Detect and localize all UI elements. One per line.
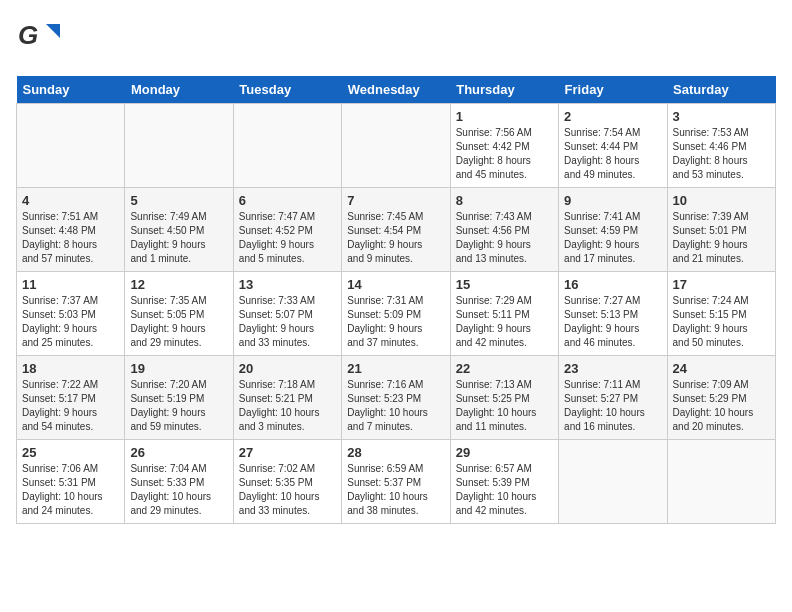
day-info-18: Sunrise: 7:22 AM Sunset: 5:17 PM Dayligh… <box>22 378 119 434</box>
day-number-23: 23 <box>564 361 661 376</box>
day-info-29: Sunrise: 6:57 AM Sunset: 5:39 PM Dayligh… <box>456 462 553 518</box>
day-info-4: Sunrise: 7:51 AM Sunset: 4:48 PM Dayligh… <box>22 210 119 266</box>
day-number-18: 18 <box>22 361 119 376</box>
page-header: G <box>16 16 776 64</box>
weekday-header-saturday: Saturday <box>667 76 775 104</box>
day-info-21: Sunrise: 7:16 AM Sunset: 5:23 PM Dayligh… <box>347 378 444 434</box>
day-info-24: Sunrise: 7:09 AM Sunset: 5:29 PM Dayligh… <box>673 378 770 434</box>
day-cell-26: 26Sunrise: 7:04 AM Sunset: 5:33 PM Dayli… <box>125 440 233 524</box>
weekday-header-monday: Monday <box>125 76 233 104</box>
day-cell-3: 3Sunrise: 7:53 AM Sunset: 4:46 PM Daylig… <box>667 104 775 188</box>
calendar-table: SundayMondayTuesdayWednesdayThursdayFrid… <box>16 76 776 524</box>
day-number-22: 22 <box>456 361 553 376</box>
day-number-6: 6 <box>239 193 336 208</box>
day-cell-7: 7Sunrise: 7:45 AM Sunset: 4:54 PM Daylig… <box>342 188 450 272</box>
logo: G <box>16 16 64 64</box>
day-info-19: Sunrise: 7:20 AM Sunset: 5:19 PM Dayligh… <box>130 378 227 434</box>
day-number-10: 10 <box>673 193 770 208</box>
day-number-9: 9 <box>564 193 661 208</box>
day-cell-28: 28Sunrise: 6:59 AM Sunset: 5:37 PM Dayli… <box>342 440 450 524</box>
day-info-2: Sunrise: 7:54 AM Sunset: 4:44 PM Dayligh… <box>564 126 661 182</box>
day-info-3: Sunrise: 7:53 AM Sunset: 4:46 PM Dayligh… <box>673 126 770 182</box>
weekday-header-sunday: Sunday <box>17 76 125 104</box>
day-info-12: Sunrise: 7:35 AM Sunset: 5:05 PM Dayligh… <box>130 294 227 350</box>
day-info-28: Sunrise: 6:59 AM Sunset: 5:37 PM Dayligh… <box>347 462 444 518</box>
day-cell-2: 2Sunrise: 7:54 AM Sunset: 4:44 PM Daylig… <box>559 104 667 188</box>
day-number-29: 29 <box>456 445 553 460</box>
day-cell-10: 10Sunrise: 7:39 AM Sunset: 5:01 PM Dayli… <box>667 188 775 272</box>
day-number-14: 14 <box>347 277 444 292</box>
day-cell-13: 13Sunrise: 7:33 AM Sunset: 5:07 PM Dayli… <box>233 272 341 356</box>
empty-cell <box>233 104 341 188</box>
day-info-27: Sunrise: 7:02 AM Sunset: 5:35 PM Dayligh… <box>239 462 336 518</box>
day-number-7: 7 <box>347 193 444 208</box>
weekday-header-friday: Friday <box>559 76 667 104</box>
day-cell-8: 8Sunrise: 7:43 AM Sunset: 4:56 PM Daylig… <box>450 188 558 272</box>
week-row-5: 25Sunrise: 7:06 AM Sunset: 5:31 PM Dayli… <box>17 440 776 524</box>
day-number-27: 27 <box>239 445 336 460</box>
day-info-26: Sunrise: 7:04 AM Sunset: 5:33 PM Dayligh… <box>130 462 227 518</box>
week-row-2: 4Sunrise: 7:51 AM Sunset: 4:48 PM Daylig… <box>17 188 776 272</box>
day-info-15: Sunrise: 7:29 AM Sunset: 5:11 PM Dayligh… <box>456 294 553 350</box>
day-info-1: Sunrise: 7:56 AM Sunset: 4:42 PM Dayligh… <box>456 126 553 182</box>
day-info-7: Sunrise: 7:45 AM Sunset: 4:54 PM Dayligh… <box>347 210 444 266</box>
day-cell-21: 21Sunrise: 7:16 AM Sunset: 5:23 PM Dayli… <box>342 356 450 440</box>
day-number-4: 4 <box>22 193 119 208</box>
day-number-13: 13 <box>239 277 336 292</box>
day-cell-24: 24Sunrise: 7:09 AM Sunset: 5:29 PM Dayli… <box>667 356 775 440</box>
weekday-header-row: SundayMondayTuesdayWednesdayThursdayFrid… <box>17 76 776 104</box>
day-cell-25: 25Sunrise: 7:06 AM Sunset: 5:31 PM Dayli… <box>17 440 125 524</box>
day-number-25: 25 <box>22 445 119 460</box>
weekday-header-thursday: Thursday <box>450 76 558 104</box>
day-number-12: 12 <box>130 277 227 292</box>
day-info-10: Sunrise: 7:39 AM Sunset: 5:01 PM Dayligh… <box>673 210 770 266</box>
day-cell-14: 14Sunrise: 7:31 AM Sunset: 5:09 PM Dayli… <box>342 272 450 356</box>
weekday-header-wednesday: Wednesday <box>342 76 450 104</box>
day-number-20: 20 <box>239 361 336 376</box>
day-info-11: Sunrise: 7:37 AM Sunset: 5:03 PM Dayligh… <box>22 294 119 350</box>
week-row-3: 11Sunrise: 7:37 AM Sunset: 5:03 PM Dayli… <box>17 272 776 356</box>
day-number-5: 5 <box>130 193 227 208</box>
day-cell-12: 12Sunrise: 7:35 AM Sunset: 5:05 PM Dayli… <box>125 272 233 356</box>
day-cell-15: 15Sunrise: 7:29 AM Sunset: 5:11 PM Dayli… <box>450 272 558 356</box>
svg-text:G: G <box>18 20 38 50</box>
day-info-23: Sunrise: 7:11 AM Sunset: 5:27 PM Dayligh… <box>564 378 661 434</box>
day-cell-6: 6Sunrise: 7:47 AM Sunset: 4:52 PM Daylig… <box>233 188 341 272</box>
day-cell-29: 29Sunrise: 6:57 AM Sunset: 5:39 PM Dayli… <box>450 440 558 524</box>
day-info-9: Sunrise: 7:41 AM Sunset: 4:59 PM Dayligh… <box>564 210 661 266</box>
day-number-8: 8 <box>456 193 553 208</box>
day-cell-17: 17Sunrise: 7:24 AM Sunset: 5:15 PM Dayli… <box>667 272 775 356</box>
day-cell-9: 9Sunrise: 7:41 AM Sunset: 4:59 PM Daylig… <box>559 188 667 272</box>
day-cell-16: 16Sunrise: 7:27 AM Sunset: 5:13 PM Dayli… <box>559 272 667 356</box>
day-info-6: Sunrise: 7:47 AM Sunset: 4:52 PM Dayligh… <box>239 210 336 266</box>
day-info-20: Sunrise: 7:18 AM Sunset: 5:21 PM Dayligh… <box>239 378 336 434</box>
day-info-22: Sunrise: 7:13 AM Sunset: 5:25 PM Dayligh… <box>456 378 553 434</box>
empty-cell <box>667 440 775 524</box>
empty-cell <box>125 104 233 188</box>
day-info-8: Sunrise: 7:43 AM Sunset: 4:56 PM Dayligh… <box>456 210 553 266</box>
day-cell-4: 4Sunrise: 7:51 AM Sunset: 4:48 PM Daylig… <box>17 188 125 272</box>
day-info-25: Sunrise: 7:06 AM Sunset: 5:31 PM Dayligh… <box>22 462 119 518</box>
day-number-1: 1 <box>456 109 553 124</box>
empty-cell <box>342 104 450 188</box>
week-row-1: 1Sunrise: 7:56 AM Sunset: 4:42 PM Daylig… <box>17 104 776 188</box>
day-cell-27: 27Sunrise: 7:02 AM Sunset: 5:35 PM Dayli… <box>233 440 341 524</box>
day-number-16: 16 <box>564 277 661 292</box>
empty-cell <box>17 104 125 188</box>
day-number-24: 24 <box>673 361 770 376</box>
week-row-4: 18Sunrise: 7:22 AM Sunset: 5:17 PM Dayli… <box>17 356 776 440</box>
day-cell-23: 23Sunrise: 7:11 AM Sunset: 5:27 PM Dayli… <box>559 356 667 440</box>
day-number-19: 19 <box>130 361 227 376</box>
day-cell-5: 5Sunrise: 7:49 AM Sunset: 4:50 PM Daylig… <box>125 188 233 272</box>
svg-marker-1 <box>46 24 60 38</box>
day-info-16: Sunrise: 7:27 AM Sunset: 5:13 PM Dayligh… <box>564 294 661 350</box>
day-number-21: 21 <box>347 361 444 376</box>
day-info-14: Sunrise: 7:31 AM Sunset: 5:09 PM Dayligh… <box>347 294 444 350</box>
day-number-2: 2 <box>564 109 661 124</box>
day-cell-18: 18Sunrise: 7:22 AM Sunset: 5:17 PM Dayli… <box>17 356 125 440</box>
day-number-11: 11 <box>22 277 119 292</box>
day-number-15: 15 <box>456 277 553 292</box>
day-number-3: 3 <box>673 109 770 124</box>
day-info-5: Sunrise: 7:49 AM Sunset: 4:50 PM Dayligh… <box>130 210 227 266</box>
day-number-17: 17 <box>673 277 770 292</box>
